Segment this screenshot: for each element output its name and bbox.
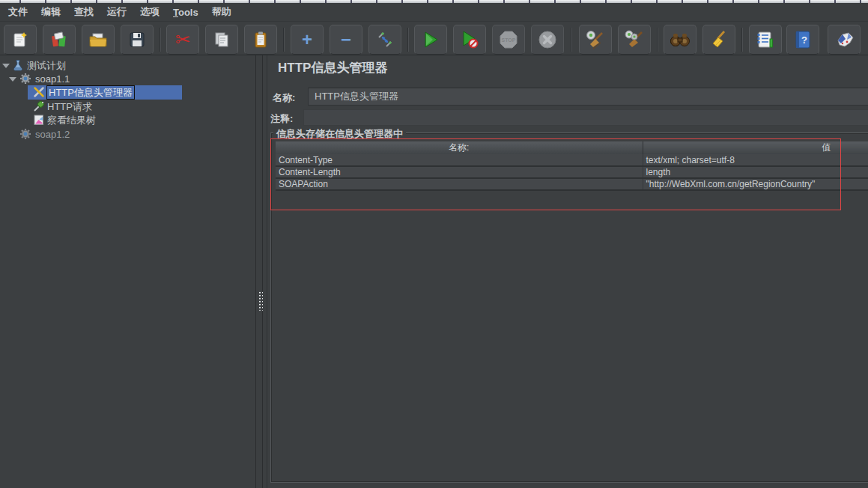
menu-edit[interactable]: 编辑 — [34, 3, 67, 21]
expand-arrow-icon[interactable] — [9, 77, 16, 82]
clear-button[interactable] — [579, 25, 612, 55]
results-tree-icon — [33, 114, 45, 126]
search-button[interactable] — [664, 25, 696, 55]
toolbar-separator — [283, 28, 285, 52]
function-helper-notes-icon — [756, 30, 775, 49]
help-button[interactable]: ? — [786, 25, 819, 55]
menu-options[interactable]: 选项 — [133, 3, 166, 21]
test-plan-tree: 测试计划 soap1.1 HTTP信息头管理器 — [0, 55, 255, 488]
tree-node-soap11[interactable]: soap1.1 — [0, 72, 255, 86]
menu-search[interactable]: 查找 — [67, 3, 100, 21]
tree-node-view-results-tree[interactable]: 察看结果树 — [0, 113, 255, 127]
header-value-cell[interactable]: "http://WebXml.com.cn/getRegionCountry" — [643, 178, 868, 190]
menu-run[interactable]: 运行 — [100, 3, 133, 21]
gear-icon — [19, 73, 31, 85]
tree-node-http-request[interactable]: HTTP请求 — [0, 100, 255, 114]
clear-all-broom-icon — [625, 30, 644, 49]
http-header-manager-panel: HTTP信息头管理器 名称: HTTP信息头管理器 注释: 信息头存储在信息头管… — [267, 55, 868, 488]
tree-node-soap12[interactable]: soap1.2 — [0, 127, 255, 141]
plus-icon: + — [302, 31, 312, 49]
start-no-pauses-button[interactable] — [453, 25, 486, 55]
content-area: 测试计划 soap1.1 HTTP信息头管理器 — [0, 55, 868, 488]
menu-bar: 文件 编辑 查找 运行 选项 Tools 帮助 — [0, 3, 868, 22]
toggle-button[interactable] — [368, 25, 401, 55]
open-button[interactable] — [82, 25, 115, 55]
stop-sign-icon: STOP — [499, 30, 518, 49]
shutdown-button[interactable] — [531, 25, 564, 55]
toolbar-separator — [657, 28, 658, 52]
shutdown-x-icon — [538, 30, 557, 49]
function-helper-button[interactable] — [749, 25, 782, 55]
column-header-value[interactable]: 值 — [643, 141, 868, 154]
export-button[interactable] — [828, 25, 861, 55]
reset-search-broom-icon — [709, 30, 729, 49]
copy-icon — [213, 31, 231, 49]
clear-all-button[interactable] — [618, 25, 651, 55]
remove-button[interactable]: − — [330, 25, 362, 55]
cut-button[interactable]: ✂ — [166, 25, 199, 55]
minus-icon: − — [341, 31, 351, 49]
toolbar-separator — [741, 28, 743, 52]
header-value-cell[interactable]: text/xml; charset=utf-8 — [643, 154, 868, 166]
toggle-arrows-icon — [376, 31, 394, 49]
menu-file[interactable]: 文件 — [1, 3, 34, 21]
header-name-cell[interactable]: SOAPAction — [276, 178, 643, 190]
save-button[interactable] — [121, 25, 154, 55]
new-plan-button[interactable] — [4, 25, 37, 55]
start-no-timers-icon — [460, 30, 479, 49]
templates-button[interactable] — [43, 25, 76, 55]
toolbar-separator — [571, 28, 572, 52]
help-book-icon: ? — [794, 30, 812, 49]
headers-group-title: 信息头存储在信息头管理器中 — [273, 127, 406, 141]
table-row[interactable]: SOAPAction "http://WebXml.com.cn/getRegi… — [276, 178, 868, 190]
name-input[interactable]: HTTP信息头管理器 — [308, 88, 868, 106]
jmeter-window: 文件 编辑 查找 运行 选项 Tools 帮助 — [0, 0, 868, 488]
test-plan-flask-icon — [12, 59, 24, 71]
clear-broom-icon — [586, 30, 605, 49]
http-request-dropper-icon — [33, 100, 45, 112]
headers-table-container: 名称: 值 Content-Type text/xml; charset=utf… — [276, 141, 868, 191]
cut-scissors-icon: ✂ — [175, 31, 190, 49]
header-value-cell[interactable]: length — [643, 166, 868, 178]
crumpled-paper-icon — [834, 30, 855, 49]
paste-button[interactable] — [244, 25, 277, 55]
tree-node-http-header-manager[interactable]: HTTP信息头管理器 — [0, 85, 255, 100]
toolbar: ✂ + − — [0, 22, 868, 55]
open-folder-icon — [88, 31, 108, 49]
header-name-cell[interactable]: Content-Type — [276, 154, 643, 166]
splitter-grip-icon[interactable] — [258, 290, 263, 311]
tree-node-test-plan[interactable]: 测试计划 — [0, 58, 255, 73]
header-name-cell[interactable]: Content-Length — [276, 166, 643, 178]
start-button[interactable] — [414, 25, 447, 55]
templates-books-icon — [50, 31, 68, 49]
search-binoculars-icon — [670, 31, 691, 49]
panel-splitter[interactable] — [255, 55, 267, 488]
comment-input[interactable] — [303, 109, 868, 126]
name-label: 名称: — [273, 91, 295, 105]
tree-node-label: HTTP请求 — [47, 100, 92, 113]
splitter-line — [262, 55, 263, 488]
stop-button[interactable]: STOP — [492, 25, 525, 55]
svg-text:STOP: STOP — [502, 37, 516, 43]
page-title: HTTP信息头管理器 — [278, 59, 387, 76]
expand-arrow-icon[interactable] — [2, 64, 10, 68]
headers-table-header-row: 名称: 值 — [276, 141, 868, 154]
menu-help[interactable]: 帮助 — [205, 3, 238, 21]
tree-node-label: 察看结果树 — [47, 114, 96, 126]
toolbar-separator — [160, 28, 161, 52]
column-header-name[interactable]: 名称: — [276, 141, 643, 154]
table-row[interactable]: Content-Length length — [276, 166, 868, 178]
search-reset-button[interactable] — [702, 25, 735, 55]
tree-node-label: 测试计划 — [27, 59, 66, 72]
table-row[interactable]: Content-Type text/xml; charset=utf-8 — [276, 154, 868, 166]
toolbar-separator — [407, 28, 409, 52]
new-file-icon — [11, 31, 29, 49]
tree-node-label: soap1.1 — [35, 73, 70, 85]
save-floppy-icon — [128, 31, 146, 49]
comment-label: 注释: — [270, 112, 293, 126]
copy-button[interactable] — [205, 25, 238, 55]
gear-icon — [19, 128, 31, 140]
headers-table: 名称: 值 Content-Type text/xml; charset=utf… — [276, 141, 868, 191]
menu-tools[interactable]: Tools — [166, 4, 205, 20]
add-button[interactable]: + — [291, 25, 324, 55]
